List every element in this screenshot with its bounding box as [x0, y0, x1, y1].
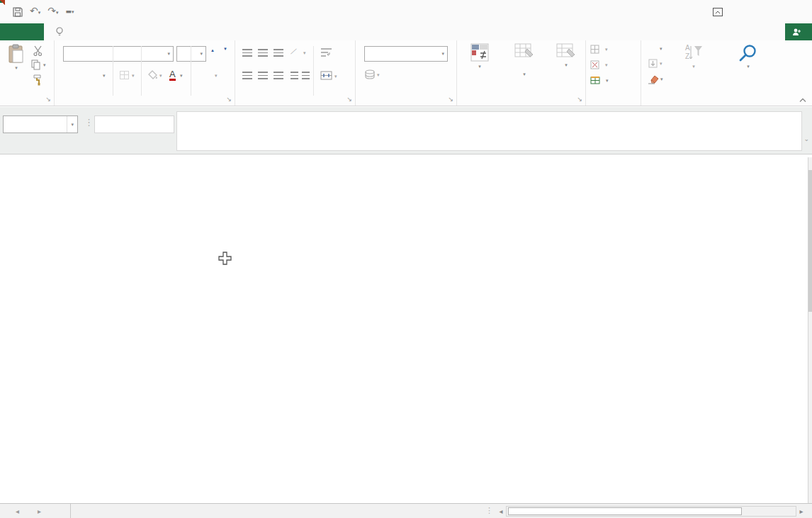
format-as-table-label: ▾: [502, 60, 546, 79]
formula-bar-divider: ⋮: [84, 117, 94, 128]
tab-file[interactable]: [0, 23, 44, 40]
group-alignment: ⟋ ▾ ▾ ↘: [235, 40, 356, 106]
cut-icon[interactable]: [33, 45, 44, 56]
font-size-combo[interactable]: ▾: [176, 46, 206, 62]
clear-dropdown-icon[interactable]: ▾: [660, 77, 663, 82]
title-bar: ↶▾ ↷▾ ▬▾: [0, 0, 812, 23]
align-top-icon[interactable]: [242, 49, 252, 57]
horizontal-scrollbar-thumb[interactable]: [508, 507, 742, 515]
format-cells-icon: [590, 76, 600, 85]
paste-dropdown-icon[interactable]: ▾: [4, 65, 28, 71]
borders-dropdown-icon[interactable]: ▾: [132, 73, 135, 79]
align-bottom-icon[interactable]: [274, 49, 283, 57]
sort-filter-dropdown-icon[interactable]: ▾: [668, 64, 719, 69]
conditional-formatting-button[interactable]: ▾: [461, 43, 499, 69]
hscroll-left-icon[interactable]: ◂: [496, 507, 506, 515]
align-center-icon[interactable]: [258, 72, 268, 79]
fill-dropdown-icon[interactable]: ▾: [660, 61, 662, 67]
cell-cursor: [218, 252, 232, 265]
increase-indent-icon[interactable]: [302, 72, 310, 79]
conditional-formatting-icon: [470, 43, 489, 62]
group-clipboard: ▾ ▾ ↘: [0, 40, 55, 106]
formula-bar-expand-icon[interactable]: ⌄: [803, 135, 809, 142]
accounting-dropdown-icon[interactable]: ▾: [377, 72, 380, 78]
align-middle-icon[interactable]: [258, 49, 268, 57]
name-box[interactable]: ▾: [3, 116, 78, 133]
accounting-format-icon[interactable]: [364, 69, 376, 79]
alignment-dialog-launcher-icon[interactable]: ↘: [346, 96, 352, 103]
lightbulb-icon: [55, 27, 64, 37]
ribbon-tab-row: [0, 23, 812, 40]
sort-filter-button[interactable]: AZ ▾: [668, 43, 719, 69]
cell-styles-button[interactable]: ▾: [548, 43, 585, 68]
hscroll-right-icon[interactable]: ▸: [796, 507, 806, 515]
cell-styles-dropdown-icon[interactable]: ▾: [548, 62, 585, 68]
sheet-next-icon[interactable]: ▸: [38, 507, 41, 515]
phonetic-dropdown-icon[interactable]: ▾: [215, 73, 218, 79]
fill-down-icon[interactable]: [648, 59, 658, 68]
grow-font-icon[interactable]: ▲: [210, 47, 215, 57]
maximize-button[interactable]: [758, 0, 785, 23]
conditional-dropdown-icon[interactable]: ▾: [461, 64, 499, 69]
group-font: ▾ ▾ ▲ ▼ ▾ ▾ ▾ A ▾ ▾ ↘: [55, 40, 235, 106]
vertical-scrollbar-thumb[interactable]: [808, 170, 812, 312]
delete-cells-button[interactable]: ▾: [590, 60, 608, 69]
font-color-icon[interactable]: A: [169, 69, 176, 81]
format-painter-icon[interactable]: [33, 74, 43, 86]
fill-color-icon[interactable]: [147, 70, 158, 80]
clear-icon[interactable]: [648, 74, 659, 84]
clipboard-dialog-launcher-icon[interactable]: ↘: [45, 96, 51, 103]
sheet-nav: ◂ ▸: [0, 504, 71, 518]
tell-me-box[interactable]: [55, 23, 68, 40]
copy-icon[interactable]: [31, 60, 41, 70]
find-select-icon: [738, 43, 758, 63]
find-select-button[interactable]: ▾: [721, 43, 776, 69]
align-left-icon[interactable]: [242, 72, 252, 79]
group-cells: ▾ ▾ ▾: [586, 40, 641, 106]
font-name-combo[interactable]: ▾: [63, 46, 174, 62]
copy-dropdown-icon[interactable]: ▾: [43, 62, 46, 68]
collapse-ribbon-icon[interactable]: [799, 98, 806, 103]
share-button[interactable]: [785, 23, 812, 40]
insert-cells-button[interactable]: ▾: [590, 45, 608, 54]
delete-cells-icon: [590, 60, 599, 69]
merge-center-icon[interactable]: [320, 71, 332, 80]
font-color-dropdown-icon[interactable]: ▾: [180, 73, 183, 79]
decrease-indent-icon[interactable]: [291, 72, 298, 79]
find-select-dropdown-icon[interactable]: ▾: [721, 64, 776, 69]
vertical-scrollbar[interactable]: [808, 157, 812, 503]
borders-icon[interactable]: [120, 71, 129, 79]
orientation-icon[interactable]: ⟋: [291, 47, 295, 56]
wrap-text-icon[interactable]: [320, 47, 332, 57]
formula-buttons: [94, 116, 174, 133]
close-button[interactable]: [785, 0, 812, 23]
redo-icon[interactable]: ↷▾: [47, 4, 58, 19]
shrink-font-icon[interactable]: ▼: [223, 47, 227, 55]
tabbar-divider: ⋮: [485, 506, 493, 515]
align-right-icon[interactable]: [274, 72, 283, 79]
formula-input[interactable]: [176, 111, 802, 151]
autosum-dropdown-icon[interactable]: ▾: [660, 46, 662, 52]
underline-dropdown-icon[interactable]: ▾: [103, 73, 106, 79]
name-box-dropdown-icon[interactable]: ▾: [67, 116, 77, 133]
undo-icon[interactable]: ↶▾: [30, 4, 40, 19]
customize-qat-icon[interactable]: ▬▾: [66, 5, 74, 18]
number-format-combo[interactable]: ▾: [364, 46, 448, 62]
merge-dropdown-icon[interactable]: ▾: [334, 74, 337, 79]
comment-flag-e7: [0, 0, 5, 5]
paste-button[interactable]: ▾: [4, 44, 28, 71]
ribbon-display-options-icon[interactable]: [704, 0, 731, 23]
sort-filter-icon: AZ: [684, 43, 703, 63]
font-dialog-launcher-icon[interactable]: ↘: [226, 96, 232, 103]
sheet-prev-icon[interactable]: ◂: [16, 507, 19, 515]
horizontal-scrollbar[interactable]: ◂ ▸: [496, 505, 806, 517]
format-cells-button[interactable]: ▾: [590, 76, 609, 85]
styles-dialog-launcher-icon[interactable]: ↘: [577, 96, 582, 103]
orientation-dropdown-icon[interactable]: ▾: [303, 50, 306, 56]
fill-color-dropdown-icon[interactable]: ▾: [159, 73, 162, 79]
svg-text:A: A: [685, 44, 690, 52]
minimize-button[interactable]: [731, 0, 758, 23]
number-dialog-launcher-icon[interactable]: ↘: [448, 96, 453, 103]
format-as-table-button[interactable]: ▾: [502, 43, 546, 79]
save-icon[interactable]: [13, 7, 23, 17]
